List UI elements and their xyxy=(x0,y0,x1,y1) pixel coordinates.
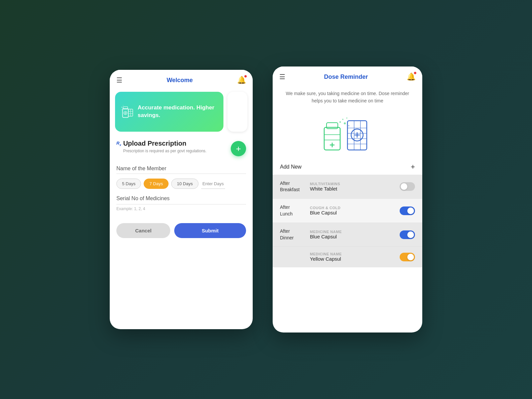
right-hamburger-icon[interactable]: ☰ xyxy=(279,73,285,81)
enter-days-pill[interactable]: Enter Days xyxy=(201,179,225,189)
dinner-category-1: MEDICINE NAME xyxy=(310,230,400,234)
left-nav-title: Welcome xyxy=(167,77,193,84)
svg-point-30 xyxy=(339,121,341,123)
add-new-row: Add New + xyxy=(273,159,422,175)
dose-description: We make sure, you taking medicine on tim… xyxy=(273,85,422,105)
medicine-icon xyxy=(121,103,134,120)
add-prescription-button[interactable]: + xyxy=(231,141,246,156)
svg-point-10 xyxy=(123,105,124,106)
submit-button[interactable]: Submit xyxy=(174,223,246,238)
upload-subtitle: Prescription is required as per govt reg… xyxy=(123,148,206,154)
dinner-med-name-2: Yellow Capsul xyxy=(310,256,400,262)
serial-field-container: Serial No of Medicines xyxy=(116,191,246,204)
banner-card[interactable]: Accurate medication. Higher savings. xyxy=(115,92,223,132)
svg-point-31 xyxy=(346,117,347,119)
right-phone: ☰ Dose Reminder 🔔 We make sure, you taki… xyxy=(273,66,422,332)
dose-illustration xyxy=(273,105,422,159)
form-section: Name of the Member 5 Days 7 Days 10 Days… xyxy=(110,159,253,218)
cancel-button[interactable]: Cancel xyxy=(116,223,170,238)
upload-left: Rx Upload Prescription Prescription is r… xyxy=(116,140,206,154)
right-notification-dot xyxy=(414,71,417,74)
medicine-illustration xyxy=(318,111,377,154)
add-new-button[interactable]: + xyxy=(411,163,415,171)
lunch-med-name: Blue Capsul xyxy=(310,210,400,215)
rx-icon: Rx xyxy=(116,141,121,147)
serial-example: Example: 1, 2, 4 xyxy=(116,204,246,215)
svg-rect-13 xyxy=(327,123,338,129)
breakfast-toggle-thumb xyxy=(401,183,407,190)
notification-dot xyxy=(244,75,247,78)
svg-point-29 xyxy=(342,119,343,120)
banner-card-small[interactable] xyxy=(227,92,247,132)
lunch-med-info: COUGH & COLD Blue Capsul xyxy=(310,206,400,215)
10-days-pill[interactable]: 10 Days xyxy=(171,179,199,189)
dinner-category-2: MEDICINE NAME xyxy=(310,252,400,256)
breakfast-time-label: AfterBreakfast xyxy=(280,180,310,193)
lunch-category: COUGH & COLD xyxy=(310,206,400,210)
7-days-pill[interactable]: 7 Days xyxy=(144,179,168,189)
action-buttons: Cancel Submit xyxy=(110,218,253,245)
reminder-row-breakfast: AfterBreakfast MULTIVITAMINS White Table… xyxy=(273,175,422,199)
member-name-label[interactable]: Name of the Member xyxy=(116,162,246,174)
breakfast-med-name: White Tablet xyxy=(310,186,400,192)
lunch-time-label: AfterLunch xyxy=(280,204,310,217)
upload-section: Rx Upload Prescription Prescription is r… xyxy=(110,134,253,159)
day-pills: 5 Days 7 Days 10 Days Enter Days xyxy=(116,174,246,191)
breakfast-toggle[interactable] xyxy=(400,182,415,191)
5-days-pill[interactable]: 5 Days xyxy=(116,179,141,189)
lunch-toggle[interactable] xyxy=(400,206,415,215)
upload-title: Upload Prescription xyxy=(123,140,206,147)
svg-point-32 xyxy=(348,125,349,126)
left-bell-wrapper[interactable]: 🔔 xyxy=(237,76,246,84)
serial-label[interactable]: Serial No of Medicines xyxy=(116,191,246,203)
banner-area: Accurate medication. Higher savings. xyxy=(110,88,253,134)
breakfast-category: MULTIVITAMINS xyxy=(310,182,400,186)
reminder-row-lunch: AfterLunch COUGH & COLD Blue Capsul xyxy=(273,199,422,223)
right-nav: ☰ Dose Reminder 🔔 xyxy=(273,66,422,85)
reminder-row-dinner-2: MEDICINE NAME Yellow Capsul xyxy=(273,247,422,267)
svg-point-28 xyxy=(344,122,346,124)
add-new-label: Add New xyxy=(280,164,302,170)
svg-point-9 xyxy=(121,107,122,108)
banner-text: Accurate medication. Higher savings. xyxy=(138,104,217,119)
dinner-med-info-1: MEDICINE NAME Blue Capsul xyxy=(310,230,400,239)
dinner-time-label: AfterDinner xyxy=(280,228,310,241)
left-nav: ☰ Welcome 🔔 xyxy=(110,70,253,88)
breakfast-med-info: MULTIVITAMINS White Tablet xyxy=(310,182,400,192)
reminder-row-dinner-1: AfterDinner MEDICINE NAME Blue Capsul xyxy=(273,223,422,247)
dinner-toggle-2[interactable] xyxy=(400,253,415,261)
dinner-toggle-1[interactable] xyxy=(400,230,415,239)
dinner-med-name-1: Blue Capsul xyxy=(310,234,400,239)
dinner-toggle-thumb-2 xyxy=(407,254,414,260)
right-bell-wrapper[interactable]: 🔔 xyxy=(407,72,416,81)
dinner-toggle-thumb-1 xyxy=(407,231,414,238)
reminder-list: AfterBreakfast MULTIVITAMINS White Table… xyxy=(273,175,422,268)
lunch-toggle-thumb xyxy=(407,207,414,214)
svg-point-11 xyxy=(121,109,122,110)
left-phone: ☰ Welcome 🔔 xyxy=(110,70,253,329)
right-nav-title: Dose Reminder xyxy=(324,73,368,80)
hamburger-icon[interactable]: ☰ xyxy=(116,76,122,84)
dinner-med-info-2: MEDICINE NAME Yellow Capsul xyxy=(310,252,400,262)
